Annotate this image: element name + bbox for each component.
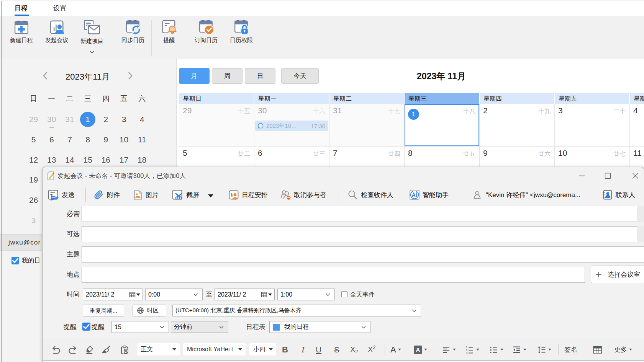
- day-cell[interactable]: 31 十七: [329, 104, 405, 147]
- strikethrough-button[interactable]: S: [334, 338, 339, 361]
- subject-input[interactable]: [82, 246, 644, 263]
- format-painter-button[interactable]: [102, 338, 111, 361]
- start-meeting-button[interactable]: 发起会议: [38, 19, 76, 57]
- maximize-button[interactable]: [600, 168, 615, 183]
- highlight-color-button[interactable]: A: [414, 338, 427, 361]
- chevron-down-icon[interactable]: [90, 51, 94, 54]
- mini-calendar-day[interactable]: 19: [25, 170, 43, 190]
- mini-calendar-day[interactable]: 4: [133, 109, 151, 130]
- allday-checkbox[interactable]: [341, 291, 347, 297]
- font-size-select[interactable]: 小四: [249, 343, 276, 355]
- bullet-list-button[interactable]: [489, 338, 503, 361]
- day-cell[interactable]: 2 十九: [480, 104, 555, 147]
- timezone-select[interactable]: (UTC+08:00) 北京,重庆,香港特别行政区,乌鲁木齐: [172, 305, 421, 316]
- tab-schedule[interactable]: 日程: [15, 0, 28, 16]
- view-week-button[interactable]: 周: [212, 68, 243, 84]
- redo-button[interactable]: [68, 338, 77, 361]
- bold-button[interactable]: B: [282, 338, 288, 361]
- signature-button[interactable]: 签名: [564, 338, 577, 361]
- screenshot-dropdown-arrow[interactable]: [208, 194, 213, 197]
- reminder-button[interactable]: 提醒: [150, 19, 188, 57]
- screenshot-button[interactable]: 截屏: [172, 183, 199, 206]
- insert-table-button[interactable]: [592, 338, 603, 361]
- align-button[interactable]: [442, 338, 456, 361]
- start-date-picker[interactable]: 2023/11/ 2: [83, 289, 143, 300]
- indent-button[interactable]: [512, 338, 526, 361]
- attachment-button[interactable]: 附件: [93, 183, 120, 206]
- new-event-button[interactable]: 新建日程: [2, 19, 41, 57]
- font-color-button[interactable]: A: [390, 338, 401, 361]
- timezone-button[interactable]: 时区: [133, 305, 166, 316]
- end-date-picker[interactable]: 2023/11/ 2: [215, 289, 275, 300]
- mini-calendar-day[interactable]: 9: [97, 130, 115, 150]
- mini-calendar-day[interactable]: 30: [43, 109, 61, 130]
- mini-calendar-day[interactable]: 12: [25, 150, 43, 170]
- choose-meeting-room-button[interactable]: 选择会议室: [591, 266, 644, 283]
- subscript-button[interactable]: X2: [350, 338, 358, 361]
- mini-calendar-day[interactable]: 8: [79, 130, 97, 150]
- calendar-select[interactable]: 我的日程: [269, 321, 370, 333]
- mini-calendar-day[interactable]: 26: [25, 190, 43, 210]
- more-button[interactable]: 更多: [614, 338, 632, 361]
- mini-calendar-day[interactable]: 5: [25, 130, 43, 150]
- day-cell[interactable]: 29 十五: [179, 104, 254, 147]
- start-time-select[interactable]: 0:00: [145, 289, 203, 300]
- undo-button[interactable]: [51, 338, 61, 361]
- view-day-button[interactable]: 日: [245, 68, 275, 84]
- day-cell[interactable]: 30 十六 2023年10… 17:30: [254, 104, 329, 147]
- tab-settings[interactable]: 设置: [53, 0, 66, 16]
- remind-value-select[interactable]: 15: [111, 321, 169, 333]
- image-button[interactable]: 图片: [133, 183, 159, 206]
- mini-calendar-day[interactable]: 29: [25, 109, 43, 130]
- my-calendar-checkbox[interactable]: [11, 257, 19, 264]
- toolbar-separator: [339, 188, 339, 202]
- schedule-arrange-button[interactable]: 日程安排: [228, 183, 268, 206]
- view-month-button[interactable]: 月: [179, 68, 210, 84]
- check-recipient-button[interactable]: 检查收件人: [347, 183, 393, 206]
- mini-calendar-day[interactable]: 3: [25, 210, 43, 230]
- contacts-button[interactable]: 联系人: [602, 183, 635, 206]
- mini-calendar-day[interactable]: 11: [133, 130, 151, 150]
- end-time-select[interactable]: 1:00: [277, 289, 335, 300]
- italic-button[interactable]: I: [302, 338, 304, 361]
- day-cell[interactable]: 1 十八: [405, 104, 480, 147]
- location-input[interactable]: [82, 267, 585, 283]
- font-family-select[interactable]: Microsoft YaHei l: [183, 343, 246, 355]
- mini-calendar-day[interactable]: 3: [115, 109, 133, 130]
- event-pill[interactable]: 2023年10… 17:30: [255, 121, 328, 131]
- mini-calendar-day[interactable]: 7: [61, 130, 79, 150]
- bullet-list-icon: [489, 345, 498, 354]
- paragraph-style-select[interactable]: 正文: [137, 343, 180, 355]
- mini-calendar-next-icon[interactable]: [126, 71, 134, 81]
- ordered-list-button[interactable]: [465, 338, 479, 361]
- day-cell[interactable]: 4 廿一: [630, 104, 644, 147]
- remind-checkbox[interactable]: [82, 323, 90, 331]
- mini-calendar-day[interactable]: 10: [115, 130, 133, 150]
- send-button[interactable]: 发送: [48, 183, 75, 206]
- close-button[interactable]: [628, 168, 642, 183]
- mini-calendar-day[interactable]: 6: [43, 130, 61, 150]
- line-spacing-button[interactable]: [537, 338, 551, 361]
- view-today-button[interactable]: 今天: [281, 68, 319, 84]
- repeat-period-button[interactable]: 重复周期...: [83, 305, 124, 316]
- sender-account-button[interactable]: "Kevin 许经伟" <jwxu@corema...: [473, 183, 580, 206]
- required-recipients-input[interactable]: [82, 206, 637, 222]
- calendar-permission-button[interactable]: 日历权限: [222, 19, 261, 57]
- new-project-button[interactable]: 新建项目: [73, 19, 111, 57]
- cancel-participant-button[interactable]: 取消参与者: [280, 183, 326, 206]
- day-cell[interactable]: 3 二十: [555, 104, 630, 147]
- ai-assistant-button[interactable]: 智能助手: [409, 183, 449, 206]
- underline-button[interactable]: U: [316, 338, 321, 361]
- remind-unit-select[interactable]: 分钟前: [171, 321, 228, 333]
- optional-recipients-input[interactable]: [82, 226, 637, 242]
- mini-calendar-day[interactable]: 31: [61, 109, 79, 130]
- mini-calendar-day[interactable]: 1: [79, 109, 97, 130]
- paste-button[interactable]: [120, 338, 129, 361]
- superscript-button[interactable]: X2: [368, 338, 376, 361]
- mini-calendar-day[interactable]: 2: [97, 109, 115, 130]
- subscribe-calendar-button[interactable]: 订阅日历: [187, 19, 225, 57]
- sync-calendar-button[interactable]: 同步日历: [114, 19, 152, 57]
- clear-format-button[interactable]: [85, 338, 94, 361]
- minimize-button[interactable]: [574, 168, 589, 183]
- dialog-titlebar[interactable]: 发起会议 - 未命名 - 可邀请300人，已添加0人: [43, 167, 644, 183]
